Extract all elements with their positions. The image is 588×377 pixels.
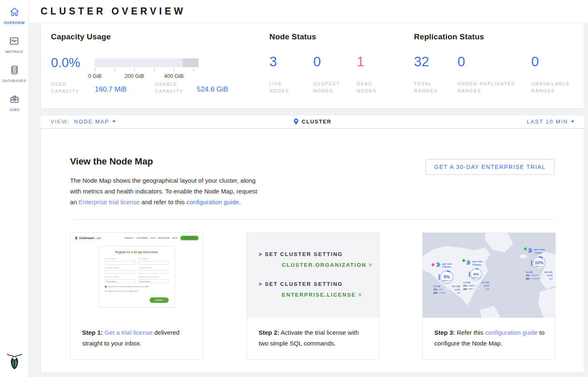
capacity-label: CAPACITY [442, 280, 451, 282]
text-input [105, 270, 135, 274]
sidebar-item-metrics[interactable]: METRICS [5, 36, 23, 54]
suspect-nodes-label: SUSPECT NODES [313, 80, 340, 94]
configuration-guide-link[interactable]: configuration guide [186, 198, 239, 205]
text-input [138, 261, 169, 265]
under-replicated-ranges-label: UNDER-REPLICATED RANGES [457, 80, 515, 94]
sidebar-item-databases[interactable]: DATABASES [2, 65, 26, 83]
usable-capacity-label: USABLE CAPACITY [155, 81, 184, 95]
capacity-total: 43.7 GiB [481, 282, 489, 284]
field-label: PROJECT PHASE [105, 276, 135, 278]
cluster-summary-card: Capacity Usage 0.0% 0 GiB 200 GiB 400 Gi… [41, 23, 584, 109]
capacity-axis-label: 400 GiB [164, 73, 184, 79]
capacity-bar [95, 58, 198, 67]
suspect-nodes-value: 0 [313, 54, 321, 70]
chevron-down-icon [112, 121, 116, 123]
capacity-used: 3.6 GiB [526, 271, 533, 273]
sql-commands-preview: > SET CLUSTER SETTING CLUSTER.ORGANIZATI… [247, 233, 379, 318]
get-enterprise-trial-button[interactable]: GET A 30-DAY ENTERPRISE TRIAL [426, 159, 554, 175]
field-label: COMPANY EMAIL [138, 267, 169, 269]
sidebar-item-label: METRICS [5, 50, 23, 54]
time-range-dropdown[interactable]: LAST 10 MIN [527, 118, 574, 125]
unavailable-ranges-label: UNAVAILABLE RANGES [531, 80, 570, 94]
node-status-title: Node Status [269, 32, 316, 41]
view-toolbar: VIEW: NODE MAP CLUSTER LAST 10 MIN [41, 115, 584, 128]
description-text: . [239, 198, 241, 205]
sidebar-item-jobs[interactable]: JOBS [9, 94, 20, 112]
sql-command: > SET CLUSTER SETTING [259, 281, 379, 287]
configuration-guide-link[interactable]: configuration guide [485, 329, 538, 336]
submit-button: SUBMIT [150, 297, 168, 303]
capacity-used: 3.7 GiB [463, 282, 470, 284]
node-map-preview: geo=sfo 2 Nodes 9% CAPACITY 3.2 GiB 35.1… [423, 233, 556, 318]
capacity-total: 35.1 GiB [452, 285, 460, 288]
capacity-percent: 6% [473, 272, 479, 276]
locality-name: geo=ams [534, 248, 545, 251]
step-2-caption: Step 2: Activate the trial license with … [259, 327, 370, 349]
site-nav: PRODUCT CUSTOMERS DOCS RESOURCES BLOG DO… [125, 236, 198, 240]
database-icon [9, 65, 20, 75]
get-trial-license-link[interactable]: Get a trial license [104, 329, 152, 336]
capacity-bar-tick [134, 68, 135, 71]
checkbox-label: I agree to the Software License Agreemen… [108, 290, 139, 292]
enterprise-trial-license-link[interactable]: Enterprise trial license [79, 198, 140, 205]
trial-registration-form: Register for a 30-day trial license FIRS… [99, 246, 175, 307]
sidebar-item-overview[interactable]: OVERVIEW [4, 7, 24, 25]
cpu-label: CPU [463, 285, 467, 287]
cpu-value: 42.5% [484, 285, 489, 287]
replication-status-title: Replication Status [414, 32, 484, 41]
checkbox-checked [105, 286, 106, 288]
text-input [105, 261, 135, 265]
capacity-label: CAPACITY [472, 277, 481, 279]
checkbox-label: I would like to receive email updates ab… [108, 285, 149, 288]
step-1-card: Cockroach LABS PRODUCT CUSTOMERS DOCS RE… [70, 232, 203, 360]
briefcase-icon [9, 94, 20, 104]
capacity-label: CAPACITY [535, 266, 544, 268]
field-label: FIRST NAME [105, 258, 135, 260]
status-dot-live [462, 259, 465, 262]
step-3-card: geo=sfo 2 Nodes 9% CAPACITY 3.2 GiB 35.1… [422, 232, 555, 360]
capacity-axis-label: 200 GiB [125, 73, 144, 79]
sql-setting: CLUSTER.ORGANIZATION = [282, 262, 379, 268]
live-nodes-label: LIVE NODES [269, 80, 289, 94]
step-2-card: > SET CLUSTER SETTING CLUSTER.ORGANIZATI… [247, 232, 380, 360]
view-selector-dropdown[interactable]: NODE MAP [74, 118, 116, 125]
cockroach-labs-wordmark: Cockroach LABS [75, 236, 101, 240]
capacity-percent: 10% [535, 260, 544, 265]
capacity-axis-label: 0 GiB [88, 73, 102, 79]
locality-name: geo=sfo [442, 263, 452, 265]
locality-nodes: 2 Nodes [442, 266, 451, 268]
usable-capacity-value: 524.6 GiB [197, 85, 228, 94]
capacity-used-percent: 0.0% [51, 56, 80, 70]
capacity-usage-title: Capacity Usage [51, 32, 111, 41]
node-map-panel: View the Node Map The Node Map shows the… [41, 128, 584, 373]
cluster-scope-label: CLUSTER [302, 118, 332, 125]
cpu-label: CPU [433, 289, 438, 291]
cockroach-labs-logo [7, 352, 22, 370]
node-map-heading: View the Node Map [70, 156, 153, 167]
field-label: COMPANY NAME [105, 267, 135, 269]
location-pin-icon [293, 118, 299, 125]
locality-nodes: 2 Nodes [472, 263, 482, 266]
select-input: Please Select [105, 279, 135, 283]
sidebar-item-label: DATABASES [2, 79, 26, 83]
select-input: Please Select [138, 279, 169, 283]
step-3-caption: Step 3: Refer this configuration guide t… [434, 327, 546, 349]
qps-label: QPS [433, 292, 438, 294]
checkbox-unchecked [105, 290, 106, 292]
page-title: CLUSTER OVERVIEW [41, 6, 186, 17]
capacity-used: 3.2 GiB [433, 285, 440, 288]
qps-value: 0.0 [486, 288, 489, 290]
status-dot-dead [432, 263, 435, 266]
capacity-bar-tick [174, 68, 174, 71]
dead-nodes-label: DEAD NODES [357, 80, 377, 94]
download-button: DOWNLOAD [180, 236, 198, 240]
trial-registration-screenshot: Cockroach LABS PRODUCT CUSTOMERS DOCS RE… [70, 233, 203, 318]
field-label: LAST NAME [138, 258, 169, 260]
breadcrumb-cluster: CLUSTER [293, 115, 332, 128]
chevron-down-icon [571, 121, 574, 123]
locality-name: geo=nyc [472, 260, 483, 263]
description-text: and refer to this [142, 198, 185, 205]
sql-setting: ENTERPRISE.LICENSE = [282, 292, 379, 298]
qps-label: QPS [526, 278, 530, 280]
sidebar-item-label: JOBS [9, 108, 20, 112]
